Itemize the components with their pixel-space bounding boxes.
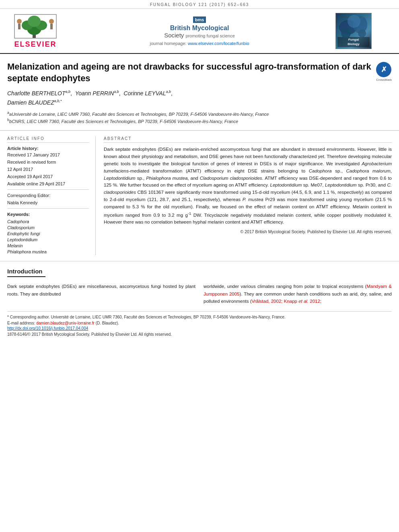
- editor-label: Corresponding Editor:: [7, 193, 89, 198]
- reference-vralstad-link[interactable]: Vrålstad, 2002; Knapp et al. 2012;: [252, 299, 322, 304]
- crossmark-label: CrossMark: [376, 78, 392, 82]
- bms-tagline: promoting fungal science: [186, 33, 235, 38]
- keywords-label: Keywords:: [7, 212, 89, 217]
- crossmark-icon: ✗: [376, 62, 391, 77]
- author-1-name: Charlotte BERTHELOT: [7, 90, 65, 97]
- bms-logo: bms British Mycological Society promotin…: [64, 16, 335, 46]
- footer-email: E-mail address: damien.blaudez@univ-lorr…: [7, 321, 392, 325]
- keyword-5: Melanin: [7, 243, 89, 248]
- keyword-3: Endophytic fungi: [7, 231, 89, 236]
- bms-area: bms British Mycological Society promotin…: [64, 16, 335, 46]
- revised-date: 12 April 2017: [7, 167, 89, 172]
- affiliation-b: bbCNRS, LIEC UMR 7360, Faculté des Scien…: [7, 117, 392, 125]
- article-info-abstract: ARTICLE INFO Article history: Received 1…: [0, 131, 399, 261]
- footer-doi: http://dx.doi.org/10.1016/j.funbio.2017.…: [7, 326, 392, 331]
- journal-homepage: journal homepage: www.elsevier.com/locat…: [150, 41, 249, 46]
- info-divider-2: [7, 208, 89, 209]
- affiliations: aaUniversité de Lorraine, LIEC UMR 7360,…: [7, 110, 392, 125]
- elsevier-logo: ELSEVIER: [7, 13, 64, 49]
- article-info-panel: ARTICLE INFO Article history: Received 1…: [7, 136, 96, 255]
- accepted-value: Accepted 19 April 2017: [7, 174, 89, 179]
- cover-image-icon: [338, 13, 370, 41]
- keyword-2: Cladosporium: [7, 225, 89, 230]
- svg-point-13: [341, 29, 351, 38]
- footer-issn: 1878-6146/© 2017 British Mycological Soc…: [7, 332, 392, 337]
- introduction-section: Introduction Dark septate endophytes (DS…: [0, 261, 399, 305]
- svg-rect-6: [18, 24, 21, 29]
- journal-homepage-link[interactable]: www.elsevier.com/locate/funbio: [188, 41, 249, 46]
- keyword-4: Leptodontidium: [7, 237, 89, 242]
- email-link[interactable]: damien.blaudez@univ-lorraine.fr: [36, 321, 95, 325]
- editor-name: Nabla Kennedy: [7, 200, 89, 205]
- journal-bar-text: FUNGAL BIOLOGY 121 (2017) 652–663: [150, 2, 249, 7]
- affiliation-a: aaUniversité de Lorraine, LIEC UMR 7360,…: [7, 110, 392, 117]
- introduction-right-text: worldwide, under various climates rangin…: [204, 283, 392, 305]
- elsevier-tree-icon: [13, 13, 58, 39]
- received-value: Received 17 January 2017: [7, 152, 89, 157]
- author-4-name: Damien BLAUDEZ: [7, 99, 54, 106]
- email-suffix: (D. Blaudez).: [96, 321, 119, 325]
- copyright-line: © 2017 British Mycological Society. Publ…: [104, 229, 392, 234]
- keywords-section: Keywords: Cadophora Cladosporium Endophy…: [7, 212, 89, 254]
- introduction-left-text: Dark septate endophytes (DSEs) are misce…: [7, 283, 195, 298]
- introduction-body: Dark septate endophytes (DSEs) are misce…: [7, 283, 392, 305]
- author-3-sup: a,b: [166, 90, 171, 94]
- history-label: Article history:: [7, 146, 89, 151]
- article-info-title: ARTICLE INFO: [7, 136, 89, 143]
- bms-subtitle: Society: [164, 32, 184, 39]
- bms-square-icon: bms: [193, 16, 206, 23]
- author-1-sup: a,b: [65, 90, 70, 94]
- footer-notes: * Corresponding author. Université de Lo…: [7, 311, 392, 337]
- revised-label: Received in revised form: [7, 160, 89, 164]
- elsevier-label: ELSEVIER: [14, 40, 56, 49]
- introduction-title: Introduction: [7, 268, 45, 277]
- page: FUNGAL BIOLOGY 121 (2017) 652–663: [0, 0, 399, 337]
- authors-list: Charlotte BERTHELOTa,b, Yoann PERRINa,b,…: [7, 89, 392, 107]
- keyword-1: Cadophora: [7, 219, 89, 224]
- introduction-right: worldwide, under various climates rangin…: [204, 283, 392, 305]
- keyword-6: Phialophora mustea: [7, 249, 89, 254]
- abstract-title: ABSTRACT: [104, 136, 392, 143]
- reference-mandyam-link[interactable]: Mandyam & Jumpponen 2005: [204, 284, 392, 296]
- svg-rect-8: [50, 24, 53, 29]
- journal-cover: FungalBiology: [335, 13, 372, 49]
- introduction-left: Dark septate endophytes (DSEs) are misce…: [7, 283, 195, 305]
- journal-bar: FUNGAL BIOLOGY 121 (2017) 652–663: [0, 0, 399, 9]
- doi-link[interactable]: http://dx.doi.org/10.1016/j.funbio.2017.…: [7, 326, 88, 331]
- author-3-name: Corinne LEYVAL: [123, 90, 166, 97]
- journal-cover-area: FungalBiology: [335, 13, 392, 49]
- bms-badge: bms: [193, 16, 206, 23]
- info-divider: [7, 189, 89, 190]
- svg-point-14: [358, 29, 366, 37]
- title-section: Melanization and ageing are not drawback…: [0, 54, 399, 131]
- footer-corresponding-author: * Corresponding author. Université de Lo…: [7, 315, 392, 319]
- svg-point-5: [17, 19, 22, 24]
- author-4-sup: a,b,*: [54, 99, 62, 103]
- crossmark-area: ✗ CrossMark: [376, 62, 392, 82]
- abstract-panel: ABSTRACT Dark septate endophytes (DSEs) …: [104, 136, 392, 255]
- svg-point-12: [348, 15, 360, 28]
- svg-point-7: [49, 19, 54, 24]
- header: ELSEVIER bms British Mycological Society…: [0, 9, 399, 54]
- article-title: Melanization and ageing are not drawback…: [7, 61, 372, 84]
- author-2-name: Yoann PERRIN: [75, 90, 114, 97]
- bms-title: British Mycological: [170, 25, 229, 32]
- available-value: Available online 29 April 2017: [7, 181, 89, 186]
- abstract-text: Dark septate endophytes (DSEs) are melan…: [104, 146, 392, 226]
- svg-point-4: [28, 16, 41, 27]
- author-2-sup: a,b: [114, 90, 119, 94]
- elsevier-logo-area: ELSEVIER: [7, 13, 64, 49]
